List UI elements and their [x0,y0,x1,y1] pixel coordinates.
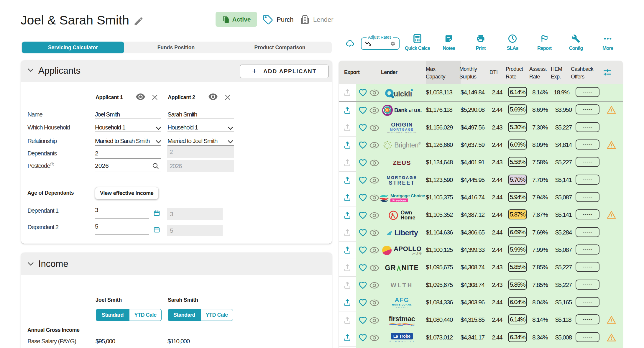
svg-text:uicklı_: uicklı_ [394,90,416,98]
